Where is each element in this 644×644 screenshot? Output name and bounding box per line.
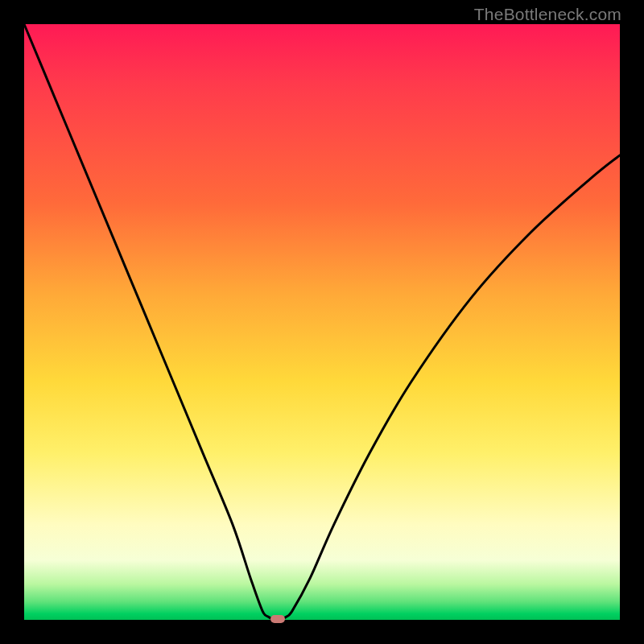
plot-area xyxy=(24,24,620,620)
minimum-marker xyxy=(270,615,285,623)
watermark-text: TheBottleneck.com xyxy=(474,5,621,24)
curve-path xyxy=(24,24,620,620)
chart-frame: TheBottleneck.com xyxy=(0,0,644,644)
bottleneck-curve xyxy=(24,24,620,620)
